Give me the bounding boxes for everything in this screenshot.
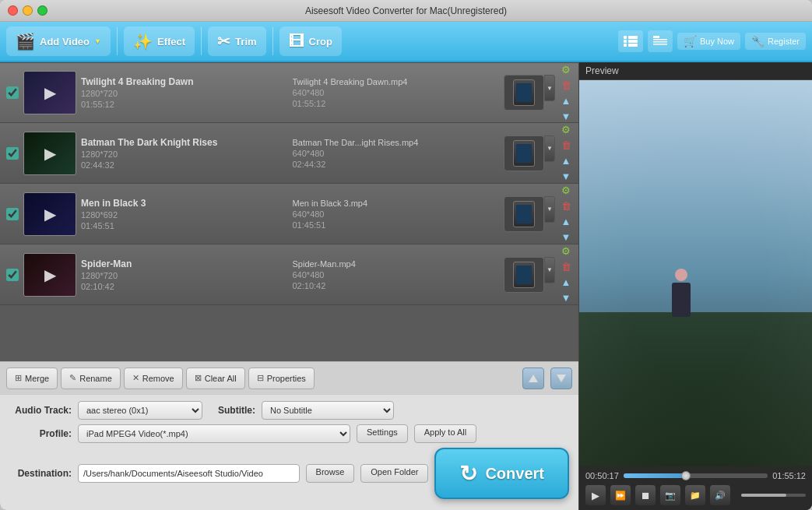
settings-icon-4[interactable]: ⚙ <box>560 245 572 258</box>
clear-all-button[interactable]: ⊠ Clear All <box>186 368 245 389</box>
move-down-button[interactable] <box>550 368 572 389</box>
delete-icon-1[interactable]: 🗑 <box>560 79 572 91</box>
move-up-icon-3[interactable]: ▲ <box>560 216 572 228</box>
format-button-3[interactable] <box>504 196 544 232</box>
format-dropdown-4[interactable]: ▼ <box>544 257 555 283</box>
effect-button[interactable]: ✨ Effect <box>124 26 195 56</box>
convert-button[interactable]: ↻ Convert <box>434 448 569 499</box>
screenshot-button[interactable]: 📷 <box>660 485 680 505</box>
format-dropdown-2[interactable]: ▼ <box>544 135 555 162</box>
bottom-settings: Audio Track: aac stereo (0x1) Subtitle: … <box>0 394 578 510</box>
convert-icon: ↻ <box>459 461 477 487</box>
play-icon-3[interactable]: ▶ <box>44 205 56 223</box>
video-item-4: ▶ Spider-Man 1280*720 02:10:42 Spider-Ma… <box>0 244 578 305</box>
video-thumbnail-4: ▶ <box>23 253 76 297</box>
video-checkbox-1[interactable] <box>6 86 19 99</box>
progress-handle[interactable] <box>681 471 691 480</box>
register-button[interactable]: 🔧 Register <box>745 33 806 50</box>
move-up-icon-4[interactable]: ▲ <box>560 276 572 289</box>
left-panel: ▶ Twilight 4 Breaking Dawn 1280*720 01:5… <box>0 62 578 510</box>
list-view-button[interactable] <box>618 30 643 52</box>
format-dropdown-3[interactable]: ▼ <box>544 196 555 223</box>
delete-icon-3[interactable]: 🗑 <box>560 200 572 213</box>
stop-button[interactable]: ⏹ <box>635 485 656 505</box>
open-folder-button[interactable]: Open Folder <box>360 464 428 483</box>
delete-icon-2[interactable]: 🗑 <box>560 139 572 152</box>
profile-select[interactable]: iPad MPEG4 Video(*.mp4) <box>78 424 350 443</box>
play-icon-4[interactable]: ▶ <box>44 266 56 284</box>
format-button-4[interactable] <box>504 257 544 293</box>
add-video-button[interactable]: 🎬 Add Video ▼ <box>6 26 111 56</box>
video-res-4: 1280*720 <box>81 271 288 280</box>
subtitle-select[interactable]: No Subtitle <box>262 401 394 420</box>
crop-button[interactable]: 🎞 Crop <box>279 26 342 56</box>
folder-button[interactable]: 📁 <box>685 485 705 505</box>
svg-rect-0 <box>624 36 627 39</box>
audio-track-label: Audio Track: <box>9 405 72 416</box>
format-button-2[interactable] <box>504 135 544 171</box>
settings-button[interactable]: Settings <box>357 424 408 443</box>
play-button[interactable]: ▶ <box>585 485 606 505</box>
move-up-icon-1[interactable]: ▲ <box>560 94 572 107</box>
properties-button[interactable]: ⊟ Properties <box>248 368 315 389</box>
video-checkbox-4[interactable] <box>6 269 19 281</box>
volume-button[interactable]: 🔊 <box>710 485 730 505</box>
move-down-icon-4[interactable]: ▼ <box>560 292 572 304</box>
move-down-icon-2[interactable]: ▼ <box>560 171 572 183</box>
maximize-button[interactable] <box>37 5 47 16</box>
video-output-name-3: Men in Black 3.mp4 <box>293 199 500 208</box>
settings-icon-3[interactable]: ⚙ <box>560 185 572 197</box>
close-button[interactable] <box>8 5 18 16</box>
audio-track-select[interactable]: aac stereo (0x1) <box>78 401 202 420</box>
video-output-name-2: Batman The Dar...ight Rises.mp4 <box>293 138 500 147</box>
rename-button[interactable]: ✎ Rename <box>61 368 121 389</box>
video-actions-1: ⚙ 🗑 ▲ ▼ <box>560 63 572 122</box>
svg-rect-1 <box>628 36 638 39</box>
preview-video <box>579 80 812 466</box>
svg-marker-10 <box>529 375 538 382</box>
move-down-icon-3[interactable]: ▼ <box>560 231 572 244</box>
format-button-1[interactable] <box>504 75 544 111</box>
format-combo-4: ▼ <box>504 257 555 293</box>
play-icon-1[interactable]: ▶ <box>44 83 56 102</box>
play-icon-2[interactable]: ▶ <box>44 144 56 163</box>
subtitle-label: Subtitle: <box>209 405 255 416</box>
grid-view-button[interactable] <box>648 30 673 52</box>
browse-button[interactable]: Browse <box>306 464 355 483</box>
move-down-icon-1[interactable]: ▼ <box>560 110 572 122</box>
audio-track-row: Audio Track: aac stereo (0x1) Subtitle: … <box>9 401 569 420</box>
video-info-2: Batman The Dark Knight Rises 1280*720 02… <box>81 137 288 170</box>
fast-forward-button[interactable]: ⏩ <box>610 485 631 505</box>
format-dropdown-1[interactable]: ▼ <box>544 75 555 101</box>
ipad-icon-3 <box>513 201 535 227</box>
volume-slider[interactable] <box>741 494 806 497</box>
video-title-1: Twilight 4 Breaking Dawn <box>81 76 288 87</box>
convert-section: ↻ Convert <box>434 448 569 499</box>
preview-label: Preview <box>579 62 812 80</box>
separator-1 <box>117 27 118 55</box>
video-actions-3: ⚙ 🗑 ▲ ▼ <box>560 185 572 244</box>
settings-icon-1[interactable]: ⚙ <box>560 63 572 76</box>
destination-input[interactable] <box>78 464 300 483</box>
video-checkbox-2[interactable] <box>6 147 19 160</box>
minimize-button[interactable] <box>23 5 33 16</box>
delete-icon-4[interactable]: 🗑 <box>560 261 572 273</box>
buy-now-button[interactable]: 🛒 Buy Now <box>677 33 740 50</box>
svg-marker-11 <box>557 375 566 382</box>
format-combo-1: ▼ <box>504 75 555 111</box>
remove-button[interactable]: ✕ Remove <box>124 368 183 389</box>
move-up-icon-2[interactable]: ▲ <box>560 155 572 167</box>
video-output-res-2: 640*480 <box>293 149 500 158</box>
merge-label: Merge <box>25 374 49 383</box>
svg-rect-8 <box>653 41 667 43</box>
progress-bar[interactable] <box>624 473 768 478</box>
video-output-res-1: 640*480 <box>293 88 500 97</box>
move-up-button[interactable] <box>522 368 544 389</box>
apply-to-all-button[interactable]: Apply to All <box>414 424 476 443</box>
video-checkbox-3[interactable] <box>6 208 19 220</box>
svg-rect-5 <box>628 44 638 47</box>
settings-icon-2[interactable]: ⚙ <box>560 124 572 136</box>
merge-button[interactable]: ⊞ Merge <box>6 368 58 389</box>
trim-button[interactable]: ✂ Trim <box>208 26 265 56</box>
add-video-dropdown-arrow[interactable]: ▼ <box>94 37 101 45</box>
